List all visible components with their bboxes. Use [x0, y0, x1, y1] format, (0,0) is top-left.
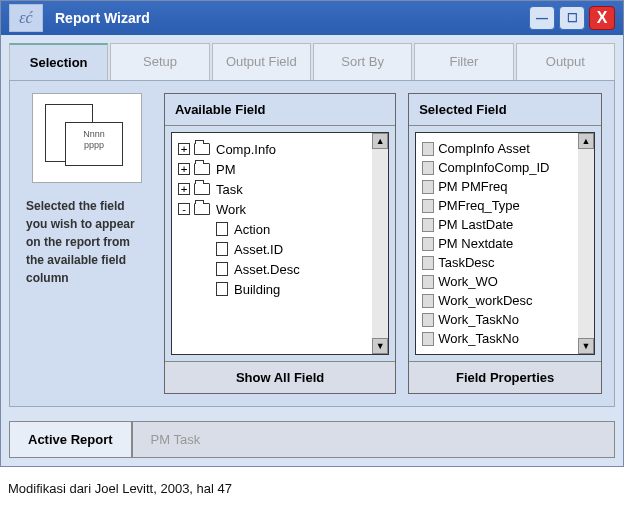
- scroll-track[interactable]: [578, 149, 594, 338]
- list-item[interactable]: Work_TaskNo: [422, 310, 572, 329]
- active-report-button[interactable]: Active Report: [9, 421, 132, 458]
- list-item[interactable]: PM PMFreq: [422, 177, 572, 196]
- document-icon: [216, 222, 228, 236]
- list-item[interactable]: TaskDesc: [422, 253, 572, 272]
- tree-item[interactable]: +Task: [178, 179, 366, 199]
- selected-scrollbar[interactable]: ▲ ▼: [578, 133, 594, 354]
- list-item-label: PM PMFreq: [438, 179, 507, 194]
- tab-filter[interactable]: Filter: [414, 43, 513, 80]
- collapse-icon[interactable]: -: [178, 203, 190, 215]
- list-item[interactable]: PM Nextdate: [422, 234, 572, 253]
- scroll-down-icon[interactable]: ▼: [372, 338, 388, 354]
- tree-item-label: Action: [234, 222, 270, 237]
- list-item[interactable]: PM LastDate: [422, 215, 572, 234]
- instruction-text: Selected the field you wish to appear on…: [22, 197, 152, 287]
- available-field-body: +Comp.Info+PM+Task-WorkActionAsset.IDAss…: [171, 132, 389, 355]
- expand-icon[interactable]: +: [178, 183, 190, 195]
- bottom-bar: Active Report PM Task: [9, 421, 615, 458]
- app-icon: εć: [9, 4, 43, 32]
- scroll-up-icon[interactable]: ▲: [578, 133, 594, 149]
- list-item[interactable]: CompInfoComp_ID: [422, 158, 572, 177]
- window-content: SelectionSetupOutput FieldSort ByFilterO…: [1, 35, 623, 466]
- expand-icon[interactable]: +: [178, 163, 190, 175]
- tree-item[interactable]: Action: [178, 219, 366, 239]
- preview-page-front: Nnnn pppp: [65, 122, 123, 166]
- list-item-label: TaskDesc: [438, 255, 494, 270]
- folder-icon: [194, 183, 210, 195]
- show-all-field-button[interactable]: Show All Field: [165, 361, 395, 393]
- list-item-label: CompInfoComp_ID: [438, 160, 549, 175]
- tree-item[interactable]: +Comp.Info: [178, 139, 366, 159]
- tree-item-label: Asset.ID: [234, 242, 283, 257]
- drag-handle-icon[interactable]: [422, 237, 434, 251]
- folder-icon: [194, 163, 210, 175]
- close-button[interactable]: X: [589, 6, 615, 30]
- list-item-label: PM LastDate: [438, 217, 513, 232]
- selected-field-list[interactable]: CompInfo AssetCompInfoComp_IDPM PMFreqPM…: [416, 133, 578, 354]
- tab-selection[interactable]: Selection: [9, 43, 108, 80]
- preview-thumbnail: N Nnnn pppp: [32, 93, 142, 183]
- image-caption: Modifikasi dari Joel Levitt, 2003, hal 4…: [0, 467, 624, 510]
- list-item-label: CompInfo Asset: [438, 141, 530, 156]
- tree-item[interactable]: Building: [178, 279, 366, 299]
- document-icon: [216, 262, 228, 276]
- tree-item-label: Comp.Info: [216, 142, 276, 157]
- list-item[interactable]: Work_workDesc: [422, 291, 572, 310]
- left-column: N Nnnn pppp Selected the field you wish …: [22, 93, 152, 394]
- available-field-header: Available Field: [165, 94, 395, 126]
- minimize-button[interactable]: —: [529, 6, 555, 30]
- drag-handle-icon[interactable]: [422, 199, 434, 213]
- pm-task-button[interactable]: PM Task: [132, 421, 615, 458]
- list-item-label: PMFreq_Type: [438, 198, 520, 213]
- drag-handle-icon[interactable]: [422, 180, 434, 194]
- tree-item[interactable]: Asset.Desc: [178, 259, 366, 279]
- list-item-label: PM Nextdate: [438, 236, 513, 251]
- drag-handle-icon[interactable]: [422, 218, 434, 232]
- document-icon: [216, 282, 228, 296]
- field-properties-button[interactable]: Field Properties: [409, 361, 601, 393]
- preview-text-1: Nnnn: [70, 129, 118, 140]
- tab-output[interactable]: Output: [516, 43, 615, 80]
- drag-handle-icon[interactable]: [422, 332, 434, 346]
- tree-item-label: Task: [216, 182, 243, 197]
- selected-field-header: Selected Field: [409, 94, 601, 126]
- drag-handle-icon[interactable]: [422, 142, 434, 156]
- tree-item[interactable]: +PM: [178, 159, 366, 179]
- tree-item[interactable]: Asset.ID: [178, 239, 366, 259]
- expand-icon[interactable]: +: [178, 143, 190, 155]
- tree-item-label: Work: [216, 202, 246, 217]
- scroll-up-icon[interactable]: ▲: [372, 133, 388, 149]
- drag-handle-icon[interactable]: [422, 313, 434, 327]
- scroll-down-icon[interactable]: ▼: [578, 338, 594, 354]
- list-item[interactable]: PMFreq_Type: [422, 196, 572, 215]
- drag-handle-icon[interactable]: [422, 256, 434, 270]
- tree-item-label: PM: [216, 162, 236, 177]
- selection-panel: N Nnnn pppp Selected the field you wish …: [9, 81, 615, 407]
- scroll-track[interactable]: [372, 149, 388, 338]
- tree-item-label: Building: [234, 282, 280, 297]
- available-field-tree[interactable]: +Comp.Info+PM+Task-WorkActionAsset.IDAss…: [172, 133, 372, 354]
- drag-handle-icon[interactable]: [422, 294, 434, 308]
- tab-output-field[interactable]: Output Field: [212, 43, 311, 80]
- list-item[interactable]: Work_WO: [422, 272, 572, 291]
- drag-handle-icon[interactable]: [422, 275, 434, 289]
- window-controls: — ☐ X: [529, 6, 615, 30]
- tree-item[interactable]: -Work: [178, 199, 366, 219]
- tree-item-label: Asset.Desc: [234, 262, 300, 277]
- folder-icon: [194, 143, 210, 155]
- drag-handle-icon[interactable]: [422, 161, 434, 175]
- available-scrollbar[interactable]: ▲ ▼: [372, 133, 388, 354]
- list-item-label: Work_TaskNo: [438, 312, 519, 327]
- maximize-button[interactable]: ☐: [559, 6, 585, 30]
- preview-text-2: pppp: [70, 140, 118, 151]
- list-item[interactable]: CompInfo Asset: [422, 139, 572, 158]
- list-item-label: Work_WO: [438, 274, 498, 289]
- wizard-tabs: SelectionSetupOutput FieldSort ByFilterO…: [9, 43, 615, 81]
- tab-setup[interactable]: Setup: [110, 43, 209, 80]
- selected-field-box: Selected Field CompInfo AssetCompInfoCom…: [408, 93, 602, 394]
- report-wizard-window: εć Report Wizard — ☐ X SelectionSetupOut…: [0, 0, 624, 467]
- window-title: Report Wizard: [55, 10, 529, 26]
- tab-sort-by[interactable]: Sort By: [313, 43, 412, 80]
- list-item[interactable]: Work_TaskNo: [422, 329, 572, 348]
- list-item-label: Work_TaskNo: [438, 331, 519, 346]
